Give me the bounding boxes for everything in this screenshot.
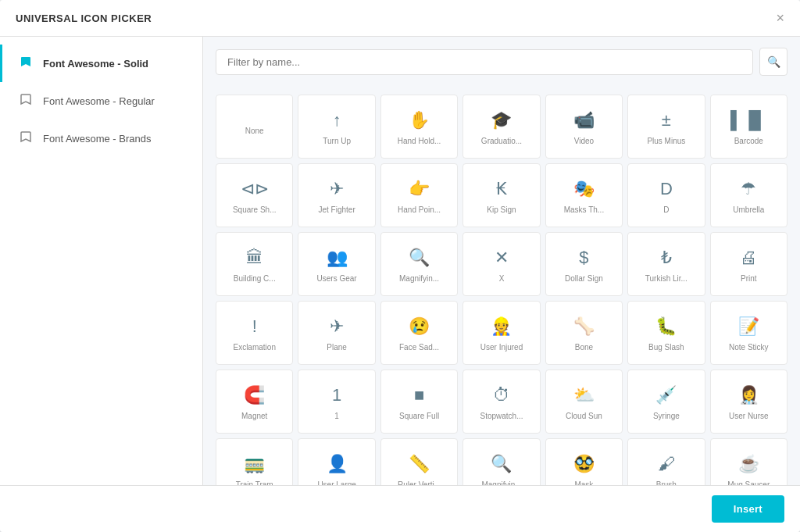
icon-symbol: 🔍 xyxy=(409,248,430,268)
icon-symbol: 😢 xyxy=(409,316,430,337)
icon-item[interactable]: 🎭Masks Th... xyxy=(545,163,623,227)
icon-label: User Nurse xyxy=(729,412,769,421)
icon-label: Syringe xyxy=(653,412,680,421)
icon-label: Turkish Lir... xyxy=(645,274,688,284)
icon-item[interactable]: ↑Turn Up xyxy=(298,95,375,159)
icon-item[interactable]: 🏛Building C... xyxy=(216,232,293,296)
insert-button[interactable]: Insert xyxy=(712,495,784,523)
sidebar-item-regular[interactable]: Font Awesome - Regular xyxy=(0,82,202,120)
icon-item[interactable]: 📹Video xyxy=(545,95,623,159)
icon-symbol: 👥 xyxy=(327,248,348,268)
icon-item[interactable]: ■Square Full xyxy=(380,370,458,434)
icon-symbol: ⊲⊳ xyxy=(241,179,269,199)
icon-symbol: ! xyxy=(252,316,257,337)
icon-label: Cloud Sun xyxy=(566,412,602,421)
icon-symbol: ✕ xyxy=(495,248,509,268)
icon-item[interactable]: ☕Mug Saucer xyxy=(710,438,788,485)
icon-item[interactable]: ±Plus Minus xyxy=(627,95,705,159)
icon-symbol: D xyxy=(660,179,673,199)
icon-symbol: 💉 xyxy=(655,385,677,405)
icons-container[interactable]: None↑Turn Up✋Hand Hold...🎓Graduatio...📹V… xyxy=(203,87,800,485)
modal-footer: Insert xyxy=(0,485,800,532)
icon-item[interactable]: 🎓Graduatio... xyxy=(462,95,540,159)
icon-item[interactable]: ✈Plane xyxy=(298,301,375,365)
icon-item[interactable]: ☂Umbrella xyxy=(710,163,788,227)
icon-symbol: 1 xyxy=(332,385,341,405)
icon-item[interactable]: ▌▐▌Barcode xyxy=(710,95,788,159)
icon-symbol: ↑ xyxy=(333,110,341,130)
icon-item[interactable]: 🖨Print xyxy=(710,232,788,296)
icon-item[interactable]: 📏Ruler Verti... xyxy=(380,438,458,485)
sidebar-item-brands[interactable]: Font Awesome - Brands xyxy=(0,120,202,157)
icon-item[interactable]: DD xyxy=(627,163,705,227)
icon-item[interactable]: 📝Note Sticky xyxy=(710,301,788,365)
icon-item[interactable]: ✋Hand Hold... xyxy=(380,95,458,159)
search-input[interactable] xyxy=(216,49,753,75)
icon-label: User Injured xyxy=(480,343,523,352)
icon-item[interactable]: 👷User Injured xyxy=(462,301,540,365)
sidebar-icon-regular xyxy=(18,93,34,109)
icon-item[interactable]: ⏱Stopwatch... xyxy=(462,370,540,434)
icon-label: Magnifyin... xyxy=(481,480,521,485)
icon-item[interactable]: 🖌Brush xyxy=(627,438,705,485)
icon-item[interactable]: 🔍Magnifyin... xyxy=(462,438,540,485)
icon-label: Magnifyin... xyxy=(399,274,439,284)
icon-item[interactable]: 🥸Mask xyxy=(545,438,623,485)
icon-symbol: 👤 xyxy=(327,454,348,474)
icon-item[interactable]: 👥Users Gear xyxy=(298,232,375,296)
icon-item[interactable]: 🚃Train Tram xyxy=(216,438,293,485)
search-button[interactable]: 🔍 xyxy=(759,48,788,76)
icon-item[interactable]: 🐛Bug Slash xyxy=(627,301,705,365)
icon-item[interactable]: 🔍Magnifyin... xyxy=(380,232,458,296)
icon-item[interactable]: 💉Syringe xyxy=(627,370,705,434)
icon-item[interactable]: ⛅Cloud Sun xyxy=(545,370,623,434)
icon-item[interactable]: $Dollar Sign xyxy=(545,232,623,296)
icon-label: None xyxy=(245,127,264,136)
icon-label: Train Tram xyxy=(236,480,273,485)
icon-symbol: 🎓 xyxy=(491,110,512,130)
icon-label: Kip Sign xyxy=(487,205,516,215)
icon-item[interactable]: 👉Hand Poin... xyxy=(380,163,458,227)
icon-label: Brush xyxy=(656,480,677,485)
icon-label: Umbrella xyxy=(733,205,764,215)
icon-label: Mask xyxy=(574,480,593,485)
sidebar-label-solid: Font Awesome - Solid xyxy=(43,58,148,70)
icon-item[interactable]: 11 xyxy=(298,370,375,434)
icon-item[interactable]: ⊲⊳Square Sh... xyxy=(216,163,293,227)
sidebar-label-regular: Font Awesome - Regular xyxy=(43,95,155,107)
modal-header: UNIVERSAL ICON PICKER × xyxy=(0,0,800,37)
close-button[interactable]: × xyxy=(776,11,784,25)
icon-item[interactable]: 🦴Bone xyxy=(545,301,623,365)
icon-symbol: $ xyxy=(579,248,588,268)
icon-label: Stopwatch... xyxy=(480,412,523,421)
icon-item[interactable]: ₺Turkish Lir... xyxy=(627,232,705,296)
icon-symbol: 🚃 xyxy=(244,454,265,474)
sidebar: Font Awesome - SolidFont Awesome - Regul… xyxy=(0,37,203,485)
icon-item[interactable]: 🧲Magnet xyxy=(216,370,293,434)
icon-item[interactable]: 👤User Large xyxy=(298,438,375,485)
icon-item[interactable]: ₭Kip Sign xyxy=(462,163,540,227)
icon-item[interactable]: None xyxy=(216,95,293,159)
icon-item[interactable]: !Exclamation xyxy=(216,301,293,365)
icon-label: Hand Poin... xyxy=(398,205,441,215)
icon-label: Building C... xyxy=(234,274,276,284)
icon-label: Turn Up xyxy=(323,137,351,146)
icon-item[interactable]: 👩‍⚕️User Nurse xyxy=(710,370,788,434)
icon-symbol: 🥸 xyxy=(573,454,595,474)
sidebar-item-solid[interactable]: Font Awesome - Solid xyxy=(0,45,202,82)
icon-label: Mug Saucer xyxy=(727,480,770,485)
sidebar-label-brands: Font Awesome - Brands xyxy=(43,133,152,145)
icon-label: Exclamation xyxy=(233,343,275,352)
icon-label: Note Sticky xyxy=(729,343,769,352)
icon-item[interactable]: 😢Face Sad... xyxy=(380,301,458,365)
icon-symbol: ■ xyxy=(414,385,424,405)
icon-label: Bone xyxy=(575,343,593,352)
icon-label: Ruler Verti... xyxy=(398,480,441,485)
icon-label: Square Sh... xyxy=(233,205,277,215)
icon-symbol: 📹 xyxy=(573,110,595,130)
icon-item[interactable]: ✕X xyxy=(462,232,540,296)
icon-symbol: 🏛 xyxy=(246,248,263,268)
icon-item[interactable]: ✈Jet Fighter xyxy=(298,163,375,227)
icon-label: Print xyxy=(741,274,757,284)
icon-label: Plane xyxy=(327,343,347,352)
